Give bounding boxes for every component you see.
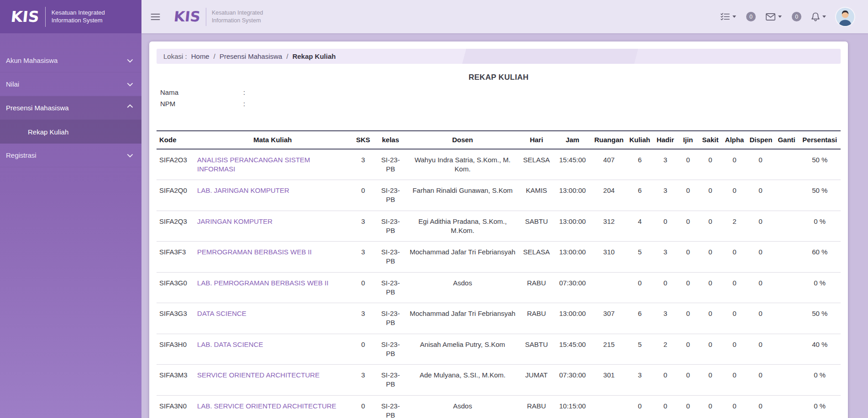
cell-ruangan (591, 272, 627, 303)
cell-hari: RABU (519, 272, 554, 303)
cell-alpha: 0 (722, 303, 747, 334)
cell-alpha: 0 (722, 180, 747, 211)
column-header-hadir: Hadir (653, 131, 678, 149)
cell-sakit: 0 (699, 180, 722, 211)
cell-ruangan: 307 (591, 303, 627, 334)
notifications-dropdown[interactable] (811, 12, 826, 21)
cell-sakit: 0 (699, 334, 722, 365)
brand-name: Kesatuan Integrated Information System (212, 9, 263, 24)
cell-ganti (774, 334, 799, 365)
sidebar-subitem-rekap-kuliah[interactable]: Rekap Kuliah (0, 120, 141, 144)
course-link[interactable]: ANALISIS PERANCANGAN SISTEM INFORMASI (197, 156, 310, 173)
breadcrumb-link-presensi-mahasiswa[interactable]: Presensi Mahasiswa (220, 52, 282, 60)
cell-dispen: 0 (747, 242, 774, 273)
sidebar-item-presensi-mahasiswa[interactable]: Presensi Mahasiswa (0, 96, 141, 120)
cell-jam: 07:30:00 (554, 365, 591, 396)
cell-hadir: 0 (653, 272, 678, 303)
cell-kelas: SI-23-PB (376, 334, 406, 365)
cell-alpha: 0 (722, 334, 747, 365)
field-npm-separator: : (243, 100, 250, 111)
tasks-badge: 0 (746, 12, 756, 21)
course-link[interactable]: LAB. PEMROGRAMAN BERBASIS WEB II (197, 279, 329, 287)
course-link[interactable]: JARINGAN KOMPUTER (197, 217, 272, 225)
cell-sks: 0 (351, 334, 376, 365)
cell-alpha: 0 (722, 365, 747, 396)
cell-ijin: 0 (678, 365, 699, 396)
cell-kelas: SI-23-PB (376, 395, 406, 418)
column-header-dispen: Dispen (747, 131, 774, 149)
cell-hari: KAMIS (519, 180, 554, 211)
cell-jam: 13:00:00 (554, 211, 591, 242)
caret-down-icon (822, 15, 826, 18)
cell-sks: 3 (351, 365, 376, 396)
column-header-ruangan: Ruangan (591, 131, 627, 149)
cell-ijin: 0 (678, 211, 699, 242)
cell-kelas: SI-23-PB (376, 149, 406, 180)
menu-toggle-button[interactable] (148, 10, 163, 23)
course-link[interactable]: LAB. DATA SCIENCE (197, 341, 263, 348)
cell-sakit: 0 (699, 365, 722, 396)
chevron-down-icon (127, 81, 133, 87)
sidebar-item-label: Presensi Mahasiswa (6, 104, 69, 112)
column-header-kode: Kode (157, 131, 194, 149)
cell-ijin: 0 (678, 242, 699, 273)
table-row: SIFA3N0LAB. SERVICE ORIENTED ARCHITECTUR… (157, 395, 841, 418)
cell-jam: 15:45:00 (554, 334, 591, 365)
course-link[interactable]: SERVICE ORIENTED ARCHITECTURE (197, 371, 319, 379)
course-link[interactable]: PEMROGRAMAN BERBASIS WEB II (197, 248, 312, 256)
cell-sks: 0 (351, 180, 376, 211)
sidebar-item-akun-mahasiswa[interactable]: Akun Mahasiswa (0, 49, 141, 72)
cell-hadir: 0 (653, 395, 678, 418)
cell-mata-kuliah: LAB. DATA SCIENCE (194, 334, 351, 365)
cell-dosen: Anisah Amelia Putry, S.Kom (406, 334, 519, 365)
cell-dispen: 0 (747, 272, 774, 303)
course-link[interactable]: LAB. SERVICE ORIENTED ARCHITECTURE (197, 402, 336, 410)
breadcrumb-link-home[interactable]: Home (191, 52, 209, 60)
cell-sakit: 0 (699, 272, 722, 303)
brand-name-line2: Information System (212, 17, 261, 24)
cell-dispen: 0 (747, 365, 774, 396)
field-npm: NPM : (160, 100, 841, 111)
field-npm-label: NPM (160, 100, 243, 111)
cell-persentasi: 40 % (799, 334, 841, 365)
cell-ganti (774, 303, 799, 334)
cell-persentasi: 60 % (799, 242, 841, 273)
cell-ganti (774, 242, 799, 273)
topbar: KIS Kesatuan Integrated Information Syst… (141, 0, 868, 33)
sidebar-item-nilai[interactable]: Nilai (0, 72, 141, 96)
cell-mata-kuliah: LAB. SERVICE ORIENTED ARCHITECTURE (194, 395, 351, 418)
cell-sks: 3 (351, 303, 376, 334)
cell-ijin: 0 (678, 395, 699, 418)
course-link[interactable]: LAB. JARINGAN KOMPUTER (197, 186, 289, 194)
cell-kode: SIFA3G3 (157, 303, 194, 334)
messages-dropdown[interactable] (766, 13, 782, 21)
tasks-dropdown[interactable] (721, 13, 736, 21)
sidebar-item-registrasi[interactable]: Registrasi (0, 144, 141, 167)
chevron-down-icon (127, 152, 133, 158)
cell-kuliah: 5 (627, 242, 653, 273)
cell-persentasi: 50 % (799, 303, 841, 334)
chevron-down-icon (127, 57, 133, 63)
cell-dosen: Asdos (406, 272, 519, 303)
cell-hari: RABU (519, 303, 554, 334)
table-row: SIFA3G3DATA SCIENCE3SI-23-PBMochammad Ja… (157, 303, 841, 334)
cell-hari: SABTU (519, 211, 554, 242)
caret-down-icon (778, 15, 782, 18)
course-link[interactable]: DATA SCIENCE (197, 310, 246, 317)
bell-icon (811, 12, 820, 21)
cell-sks: 3 (351, 242, 376, 273)
cell-jam: 13:00:00 (554, 242, 591, 273)
cell-alpha: 0 (722, 272, 747, 303)
table-head: KodeMata KuliahSKSkelasDosenHariJamRuang… (157, 131, 841, 149)
sidebar-item-label: Nilai (6, 80, 19, 88)
cell-sks: 3 (351, 211, 376, 242)
cell-dosen: Asdos (406, 395, 519, 418)
user-avatar[interactable] (836, 8, 854, 26)
cell-kuliah: 3 (627, 365, 653, 396)
brand-abbr: KIS (10, 9, 40, 24)
caret-down-icon (732, 15, 736, 18)
cell-dispen: 0 (747, 211, 774, 242)
cell-ganti (774, 211, 799, 242)
cell-jam: 15:45:00 (554, 149, 591, 180)
cell-kode: SIFA2O3 (157, 149, 194, 180)
